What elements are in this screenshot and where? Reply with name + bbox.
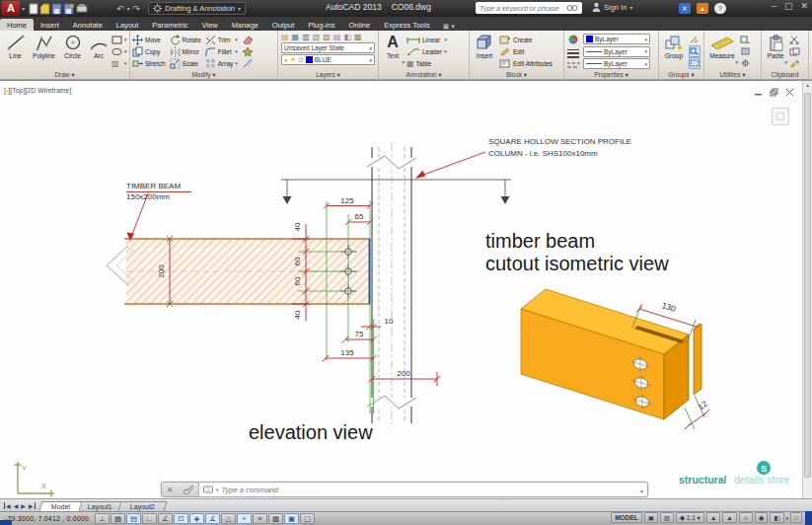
linear-dimension-button[interactable]: Linear▾ (406, 34, 447, 45)
viewport-close-icon[interactable] (785, 88, 794, 97)
layer-freeze-icon[interactable]: ▧ (313, 33, 321, 41)
annotation-panel-title[interactable]: Annotation ▾ (379, 70, 469, 80)
edit-attributes-button[interactable]: Edit Attributes (499, 57, 553, 69)
layer-prev-icon[interactable]: ◧ (343, 33, 351, 41)
tab-annotate[interactable]: Annotate (66, 19, 110, 31)
prev-tab-icon[interactable]: ◀ (14, 502, 19, 509)
draw-panel-title[interactable]: Draw ▾ (0, 70, 129, 80)
next-tab-icon[interactable]: ▶ (21, 502, 26, 509)
lineweight-toggle[interactable]: ≡ (253, 513, 267, 524)
properties-panel-title[interactable]: Properties ▾ (564, 70, 658, 80)
tab-home[interactable]: Home (0, 19, 34, 31)
undo-chevron-icon[interactable]: ▾ (127, 5, 130, 12)
current-layer-dropdown[interactable]: ● ☀ ⊙ BLUE ▾ (281, 54, 375, 65)
layer-off-icon[interactable]: ▦ (292, 33, 300, 41)
tab-plugins[interactable]: Plug-ins (301, 19, 341, 31)
line-button[interactable]: Line (2, 33, 29, 70)
workspace-switching-button[interactable]: ☼ (739, 512, 753, 523)
quick-view-layouts-button[interactable]: ▣ (644, 512, 658, 523)
quick-select-button[interactable] (740, 34, 751, 45)
drawing-svg[interactable]: 125 65 40 60 60 40 200 10 75 135 200 TIM… (0, 81, 802, 499)
polyline-button[interactable]: Polyline (31, 33, 57, 70)
groups-panel-title[interactable]: Groups ▾ (659, 70, 703, 80)
paste-button[interactable]: Paste ▾ (764, 33, 787, 70)
transparency-toggle[interactable]: ▩ (268, 513, 283, 524)
command-input-area[interactable]: ▾ ▴ (199, 483, 647, 496)
rectangle-button[interactable]: ▾ (111, 34, 127, 45)
cut-button[interactable] (789, 34, 800, 45)
move-button[interactable]: Move (132, 34, 166, 45)
clean-screen-button[interactable]: □ (790, 512, 802, 523)
group-button[interactable]: Group (661, 33, 687, 70)
object-snap-tracking-toggle[interactable]: ∡ (205, 513, 220, 524)
match-properties-button[interactable] (789, 57, 800, 69)
quick-view-drawings-button[interactable]: ▥ (660, 512, 674, 523)
linetype-icon[interactable] (566, 61, 580, 69)
text-button[interactable]: A Text ▾ (381, 33, 405, 70)
command-input[interactable] (222, 486, 637, 494)
modify-panel-title[interactable]: Modify ▾ (130, 70, 277, 80)
dynamic-ucs-toggle[interactable]: △ (221, 513, 236, 524)
circle-button[interactable]: Circle (59, 33, 86, 70)
binoculars-search-icon[interactable] (566, 3, 578, 13)
linetype-dropdown[interactable]: ByLayer▾ (583, 58, 650, 69)
group-selection-toggle[interactable] (689, 57, 701, 69)
status-menu-chevron-icon[interactable]: ▾ (786, 515, 789, 521)
tab-manage[interactable]: Manage (225, 19, 265, 31)
first-tab-icon[interactable]: ◀ (4, 502, 11, 509)
tab-output[interactable]: Output (265, 19, 302, 31)
tab-layout[interactable]: Layout (110, 19, 146, 31)
layer-match-icon[interactable]: ▤ (333, 33, 341, 41)
exchange-apps-icon[interactable]: ✕ (679, 3, 691, 14)
create-block-button[interactable]: Create (499, 34, 553, 45)
last-tab-icon[interactable]: ▶ (29, 502, 36, 509)
close-button[interactable]: ✕ (800, 1, 808, 11)
object-color-icon[interactable] (566, 34, 580, 45)
group-edit-button[interactable] (689, 45, 701, 57)
hardware-acceleration-button[interactable]: ◧ (770, 512, 783, 523)
polar-tracking-toggle[interactable]: ∠ (158, 513, 173, 524)
dynamic-input-toggle[interactable]: + (237, 513, 252, 524)
table-button[interactable]: ▦Table (406, 57, 447, 69)
offset-button[interactable] (242, 57, 254, 69)
help-search[interactable] (476, 2, 582, 14)
communication-center-icon[interactable]: ▴ (697, 3, 708, 14)
toolbar-lock-button[interactable]: ◉ (755, 512, 769, 523)
color-dropdown[interactable]: ByLayer▾ (583, 34, 650, 44)
model-space-button[interactable]: MODEL (611, 512, 641, 523)
grid-toggle[interactable]: ▤ (126, 513, 141, 524)
workspace-selector[interactable]: Drafting & Annotation ▾ (148, 2, 246, 15)
help-icon[interactable]: ? (714, 3, 726, 14)
redo-icon[interactable]: ↷ (133, 4, 141, 14)
qat-icons[interactable] (29, 3, 113, 15)
scrollbar-thumb[interactable] (804, 93, 811, 478)
trim-button[interactable]: Trim▾ (205, 34, 238, 45)
tab-parametric[interactable]: Parametric (145, 19, 194, 31)
viewport-restore-icon[interactable] (770, 88, 778, 97)
copy-button[interactable]: Copy (132, 45, 166, 57)
array-button[interactable]: Array▾ (205, 57, 238, 69)
block-panel-title[interactable]: Block ▾ (470, 70, 563, 80)
quick-calc-button[interactable] (740, 45, 751, 57)
object-snap-toggle[interactable]: ⊡ (174, 513, 188, 524)
tab-layout2[interactable]: Layout2 (117, 501, 167, 511)
lineweight-icon[interactable] (566, 48, 580, 58)
wrench-icon[interactable] (184, 485, 193, 494)
copy-clip-button[interactable] (789, 45, 800, 57)
viewport-minimize-icon[interactable] (754, 88, 763, 97)
vertical-scrollbar[interactable]: ▴ (802, 81, 812, 499)
annotation-scale-button[interactable]: ◆ 1:1 ▾ (676, 512, 704, 523)
scale-button[interactable]: Scale (170, 57, 201, 69)
id-point-button[interactable] (740, 57, 751, 69)
layer-properties-icon[interactable]: ▤ (281, 33, 289, 41)
tab-online[interactable]: Online (341, 19, 377, 31)
lineweight-dropdown[interactable]: ByLayer▾ (583, 46, 650, 57)
edit-block-button[interactable]: Edit (499, 45, 553, 57)
coordinates-readout[interactable]: -79.3000, 7.0412 , 0.0000 (0, 515, 95, 522)
command-close-icon[interactable]: ✕ (167, 486, 174, 494)
snap-toggle[interactable]: ▦ (111, 513, 125, 524)
undo-icon[interactable]: ↶ (116, 4, 124, 14)
3d-object-snap-toggle[interactable]: ◈ (189, 513, 204, 524)
clipboard-panel-title[interactable]: Clipboard (762, 70, 808, 80)
search-input[interactable] (476, 5, 566, 12)
